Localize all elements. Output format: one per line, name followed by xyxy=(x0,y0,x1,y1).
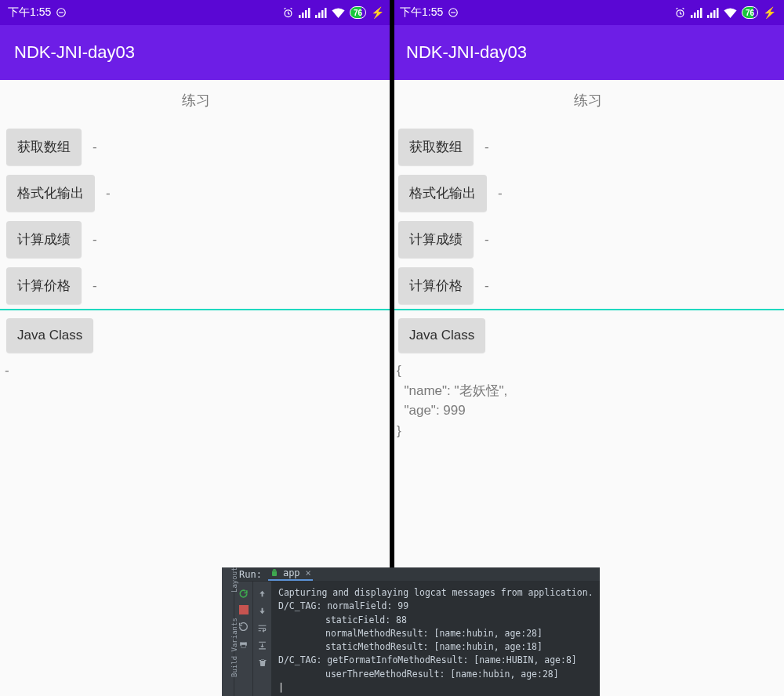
result-text-1: - xyxy=(93,140,97,155)
signal-icon xyxy=(299,8,310,18)
result-text-3: - xyxy=(93,232,97,248)
charging-icon: ⚡ xyxy=(763,6,776,19)
java-class-button[interactable]: Java Class xyxy=(398,318,485,353)
ide-side-tabs: Layout Build Variants xyxy=(222,567,234,696)
trash-icon[interactable] xyxy=(257,657,268,668)
svg-rect-9 xyxy=(305,10,307,18)
format-output-button[interactable]: 格式化输出 xyxy=(398,175,487,212)
svg-rect-29 xyxy=(717,8,719,18)
wifi-icon xyxy=(332,8,345,18)
svg-rect-32 xyxy=(241,644,245,647)
output-text-left: - xyxy=(0,357,392,386)
ide-run-panel: Layout Build Variants Run: app × xyxy=(222,567,590,696)
alarm-icon xyxy=(282,7,294,19)
result-text-2: - xyxy=(106,186,111,201)
restart-icon[interactable] xyxy=(238,621,249,632)
app-bar: NDK-JNI-day03 xyxy=(0,25,392,80)
svg-line-21 xyxy=(683,8,684,9)
calc-price-button[interactable]: 计算价格 xyxy=(6,267,82,304)
side-tab-layout[interactable]: Layout xyxy=(230,567,238,593)
output-text-right: { "name": "老妖怪", "age": 999 } xyxy=(392,357,784,445)
signal-icon xyxy=(691,8,702,18)
svg-rect-12 xyxy=(318,13,321,18)
svg-line-6 xyxy=(291,8,292,9)
rerun-icon[interactable] xyxy=(238,588,249,599)
get-array-button[interactable]: 获取数组 xyxy=(6,129,82,165)
calc-price-button[interactable]: 计算价格 xyxy=(398,267,474,304)
logcat-output[interactable]: Capturing and displaying logcat messages… xyxy=(272,582,600,696)
svg-line-20 xyxy=(676,8,677,9)
dnd-icon xyxy=(448,7,459,18)
android-icon xyxy=(270,568,279,578)
up-arrow-icon[interactable] xyxy=(257,588,268,599)
section-title: 练习 xyxy=(0,80,392,124)
status-bar: 下午1:55 76 ⚡ xyxy=(392,0,784,25)
format-output-button[interactable]: 格式化输出 xyxy=(6,175,95,212)
wrap-icon[interactable] xyxy=(257,622,268,633)
svg-rect-24 xyxy=(697,10,699,18)
app-title: NDK-JNI-day03 xyxy=(14,42,135,63)
alarm-icon xyxy=(674,7,686,19)
svg-rect-8 xyxy=(302,13,304,18)
ide-tab-bar: Run: app × xyxy=(234,567,600,582)
svg-rect-11 xyxy=(315,15,318,18)
svg-line-19 xyxy=(680,13,681,14)
result-text-2: - xyxy=(498,186,503,201)
wifi-icon xyxy=(724,8,737,18)
svg-rect-25 xyxy=(700,8,702,18)
svg-line-4 xyxy=(288,13,289,14)
svg-line-5 xyxy=(284,8,285,9)
status-time: 下午1:55 xyxy=(400,5,443,20)
down-arrow-icon[interactable] xyxy=(257,605,268,616)
run-label: Run: xyxy=(239,569,262,580)
svg-rect-26 xyxy=(707,15,710,18)
svg-rect-22 xyxy=(691,15,693,18)
svg-rect-23 xyxy=(694,13,696,18)
calc-score-button[interactable]: 计算成绩 xyxy=(6,221,82,258)
result-text-1: - xyxy=(485,140,489,155)
print-icon[interactable] xyxy=(238,638,249,649)
battery-icon: 76 xyxy=(742,6,758,19)
svg-rect-28 xyxy=(713,10,716,18)
svg-rect-14 xyxy=(325,8,327,18)
svg-rect-27 xyxy=(710,13,713,18)
ide-toolbar-secondary xyxy=(253,582,272,696)
svg-rect-31 xyxy=(241,640,245,642)
svg-rect-7 xyxy=(299,15,301,18)
signal-icon-2 xyxy=(315,8,327,18)
signal-icon-2 xyxy=(707,8,719,18)
tab-app[interactable]: app × xyxy=(268,567,313,581)
svg-rect-13 xyxy=(321,10,324,18)
status-time: 下午1:55 xyxy=(8,5,51,20)
scroll-end-icon[interactable] xyxy=(257,640,268,651)
app-title: NDK-JNI-day03 xyxy=(406,42,527,63)
charging-icon: ⚡ xyxy=(371,6,384,19)
status-bar: 下午1:55 76 ⚡ xyxy=(0,0,392,25)
dnd-icon xyxy=(56,7,67,18)
side-tab-build-variants[interactable]: Build Variants xyxy=(230,618,238,677)
result-text-4: - xyxy=(93,278,97,294)
svg-rect-10 xyxy=(308,8,310,18)
app-bar: NDK-JNI-day03 xyxy=(392,25,784,80)
result-text-3: - xyxy=(485,232,489,248)
close-icon[interactable]: × xyxy=(306,567,311,578)
java-class-button[interactable]: Java Class xyxy=(6,318,93,353)
section-title: 练习 xyxy=(392,80,784,124)
calc-score-button[interactable]: 计算成绩 xyxy=(398,221,474,258)
get-array-button[interactable]: 获取数组 xyxy=(398,129,474,165)
result-text-4: - xyxy=(485,278,489,294)
battery-icon: 76 xyxy=(350,6,366,19)
stop-icon[interactable] xyxy=(239,605,249,614)
